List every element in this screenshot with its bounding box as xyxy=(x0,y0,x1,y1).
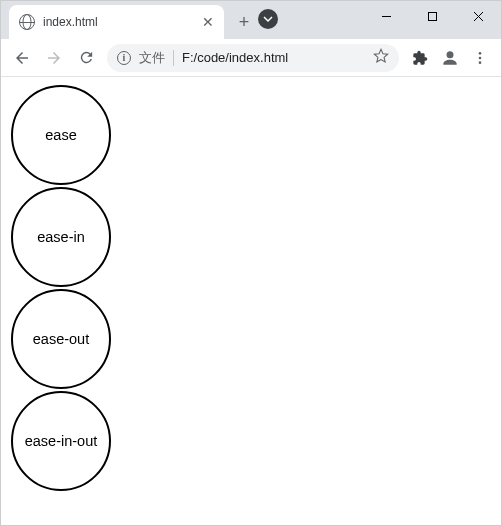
window-controls xyxy=(363,1,501,31)
page-content: ease ease-in ease-out ease-in-out xyxy=(1,77,501,501)
minimize-button[interactable] xyxy=(363,1,409,31)
forward-button[interactable] xyxy=(39,43,69,73)
bookmark-icon[interactable] xyxy=(373,48,389,67)
browser-toolbar: i 文件 F:/code/index.html xyxy=(1,39,501,77)
new-tab-button[interactable]: + xyxy=(230,8,258,36)
svg-point-3 xyxy=(479,52,482,55)
globe-icon xyxy=(19,14,35,30)
menu-button[interactable] xyxy=(465,43,495,73)
tab-title: index.html xyxy=(43,15,194,29)
extensions-button[interactable] xyxy=(405,43,435,73)
reload-button[interactable] xyxy=(71,43,101,73)
browser-titlebar: index.html ✕ + xyxy=(1,1,501,39)
site-info-icon[interactable]: i xyxy=(117,51,131,65)
close-window-button[interactable] xyxy=(455,1,501,31)
maximize-button[interactable] xyxy=(409,1,455,31)
svg-point-4 xyxy=(479,56,482,59)
back-button[interactable] xyxy=(7,43,37,73)
address-bar[interactable]: i 文件 F:/code/index.html xyxy=(107,44,399,72)
timing-label: ease-in xyxy=(37,229,85,245)
timing-label: ease-out xyxy=(33,331,89,347)
timing-circle: ease-in-out xyxy=(11,391,111,491)
tab-search-button[interactable] xyxy=(258,9,278,29)
address-prefix: 文件 xyxy=(139,49,165,67)
address-divider xyxy=(173,50,174,66)
timing-circle: ease-out xyxy=(11,289,111,389)
svg-point-5 xyxy=(479,61,482,64)
address-url: F:/code/index.html xyxy=(182,50,288,65)
browser-tab[interactable]: index.html ✕ xyxy=(9,5,224,39)
timing-circle: ease-in xyxy=(11,187,111,287)
close-tab-icon[interactable]: ✕ xyxy=(202,14,214,30)
svg-point-2 xyxy=(447,51,454,58)
timing-circle: ease xyxy=(11,85,111,185)
timing-label: ease xyxy=(45,127,76,143)
svg-rect-1 xyxy=(428,12,436,20)
timing-label: ease-in-out xyxy=(25,433,98,449)
profile-button[interactable] xyxy=(435,43,465,73)
